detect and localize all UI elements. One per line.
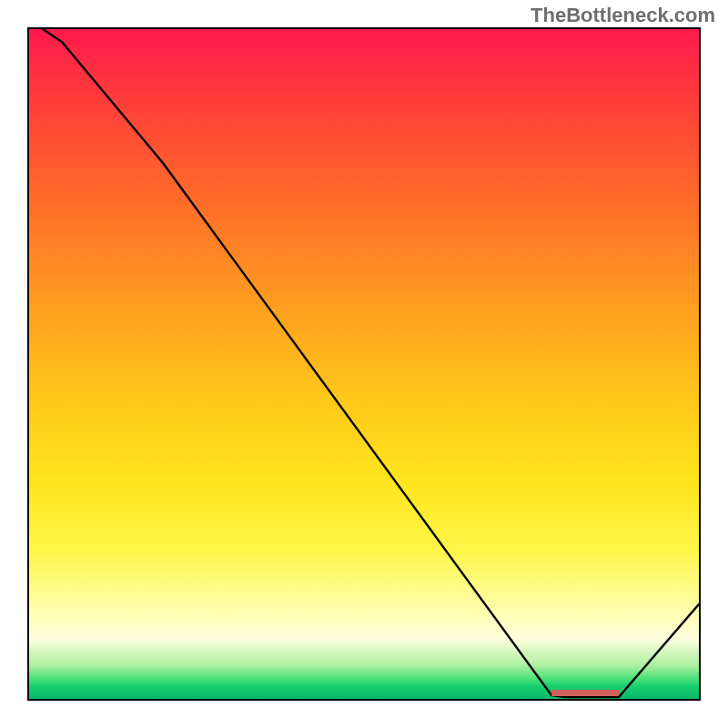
bottleneck-curve [29,29,699,699]
minimum-marker [551,690,619,696]
plot-area [27,27,701,701]
chart-container: TheBottleneck.com [0,0,728,728]
watermark-text: TheBottleneck.com [531,4,715,27]
